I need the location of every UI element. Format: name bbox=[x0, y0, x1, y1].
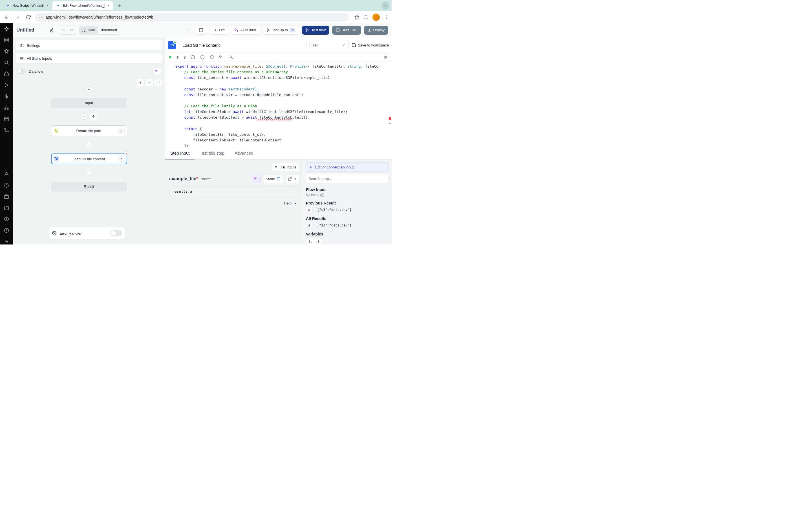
forward-button[interactable] bbox=[13, 13, 21, 21]
nav-star-icon[interactable] bbox=[4, 48, 9, 54]
nav-users-icon[interactable] bbox=[4, 171, 9, 177]
draft-button[interactable]: Draft⌘S bbox=[332, 25, 361, 35]
tabs-menu-button[interactable] bbox=[382, 2, 389, 10]
nav-resources-icon[interactable] bbox=[4, 105, 9, 110]
svg-point-12 bbox=[7, 108, 8, 110]
nav-triggers-icon[interactable] bbox=[4, 127, 9, 133]
arg-type: object bbox=[201, 177, 211, 181]
nav-settings-icon[interactable] bbox=[4, 182, 9, 188]
dollar-icon[interactable]: $ bbox=[184, 55, 186, 59]
profile-avatar[interactable] bbox=[372, 13, 380, 21]
undo-button[interactable] bbox=[59, 26, 67, 34]
svg-point-3 bbox=[386, 18, 387, 19]
add-step-button[interactable]: + bbox=[86, 86, 92, 93]
url-input[interactable]: app.windmill.dev/flows/edit/u/henri/effo… bbox=[35, 13, 349, 22]
windmill-logo-icon[interactable] bbox=[4, 26, 9, 32]
dollar-icon[interactable]: $ bbox=[176, 55, 179, 59]
variables-chip[interactable]: {...} bbox=[306, 238, 322, 244]
remove-node-button[interactable]: × bbox=[124, 151, 130, 156]
new-tab-button[interactable] bbox=[116, 2, 123, 10]
nav-variables-icon[interactable] bbox=[4, 94, 9, 99]
nav-collapse-icon[interactable] bbox=[4, 239, 9, 244]
nav-watch-icon[interactable] bbox=[4, 216, 9, 222]
diff-button[interactable]: Diff bbox=[210, 25, 228, 35]
svg-point-16 bbox=[6, 172, 7, 174]
prev-result-chip[interactable]: a : {"s3":"data.csv"} bbox=[306, 207, 352, 212]
node-step-a[interactable]: 🐍 Return file path a bbox=[51, 125, 127, 136]
nav-home-icon[interactable] bbox=[4, 37, 9, 43]
cube-icon[interactable] bbox=[191, 55, 195, 59]
code-editor[interactable]: export async function main(example_file:… bbox=[165, 61, 392, 147]
library-icon[interactable] bbox=[383, 55, 388, 59]
flow-title[interactable]: Untitled bbox=[16, 27, 45, 33]
wand-button[interactable] bbox=[252, 175, 261, 183]
wand-icon[interactable] bbox=[219, 55, 224, 59]
step-lang-icon: TS🦕 bbox=[168, 41, 176, 49]
add-step-button[interactable]: + bbox=[81, 114, 87, 120]
static-button[interactable]: Static bbox=[263, 175, 283, 183]
all-result-chip[interactable]: a : {"s3":"data.csv"} bbox=[306, 223, 352, 228]
nav-schedules-icon[interactable] bbox=[4, 116, 9, 122]
test-up-to-button[interactable]: Test up tob bbox=[263, 25, 299, 35]
edit-connect-button[interactable]: Edit or connect an input bbox=[306, 163, 389, 172]
static-inputs-card[interactable]: All Static Inputs bbox=[16, 53, 162, 64]
panel-toggle-button[interactable] bbox=[195, 25, 207, 35]
tab-test-step[interactable]: Test this step bbox=[195, 147, 230, 159]
search-prop-input[interactable] bbox=[306, 174, 389, 183]
error-handler-toggle[interactable] bbox=[110, 230, 122, 236]
add-step-button[interactable]: + bbox=[86, 142, 92, 148]
path-chip[interactable]: Path u/henri/eff bbox=[79, 25, 120, 35]
step-tabs: Step Input Test this step Advanced bbox=[165, 147, 392, 160]
browser-tab[interactable]: ✦ Edit Flow u/henri/effortless_f × bbox=[52, 1, 113, 10]
flow-graph[interactable]: + − + Input + bbox=[16, 79, 162, 242]
node-step-b[interactable]: TS Load S3 file content b bbox=[51, 154, 127, 164]
nav-folder-icon[interactable] bbox=[4, 205, 9, 211]
bookmark-icon[interactable] bbox=[354, 15, 359, 20]
browser-menu-icon[interactable] bbox=[384, 15, 389, 20]
gear-icon[interactable] bbox=[229, 55, 234, 59]
tab-step-input[interactable]: Step Input bbox=[165, 147, 195, 159]
site-settings-icon[interactable] bbox=[39, 15, 43, 19]
step-name-input[interactable] bbox=[179, 40, 306, 50]
app-sidebar bbox=[0, 23, 13, 244]
help-button[interactable]: Help bbox=[169, 200, 299, 207]
close-icon[interactable]: × bbox=[107, 4, 109, 8]
branch-button[interactable] bbox=[90, 113, 97, 120]
zoom-out-button[interactable]: − bbox=[146, 79, 153, 86]
more-menu-button[interactable] bbox=[184, 26, 192, 34]
svg-marker-26 bbox=[306, 29, 309, 32]
ai-graph-button[interactable] bbox=[154, 68, 161, 75]
dataflow-toggle[interactable] bbox=[17, 69, 26, 74]
refresh-icon[interactable] bbox=[210, 55, 214, 59]
test-flow-button[interactable]: Test flow bbox=[302, 25, 329, 35]
edit-title-icon[interactable] bbox=[47, 26, 56, 34]
nav-home2-icon[interactable] bbox=[4, 71, 9, 76]
clear-icon[interactable]: — bbox=[293, 188, 298, 193]
fit-button[interactable] bbox=[155, 79, 162, 86]
connect-button[interactable] bbox=[285, 175, 299, 183]
deploy-button[interactable]: Deploy bbox=[364, 25, 388, 35]
nav-search-icon[interactable] bbox=[4, 60, 9, 65]
extensions-icon[interactable] bbox=[363, 15, 368, 20]
nav-runs-icon[interactable] bbox=[4, 82, 9, 88]
back-button[interactable] bbox=[3, 13, 11, 21]
save-to-workspace-button[interactable]: Save to workspace bbox=[352, 43, 389, 47]
browser-tab[interactable]: ✦ New Script | Windmill × bbox=[2, 1, 52, 10]
tab-advanced[interactable]: Advanced bbox=[230, 147, 259, 159]
settings-card[interactable]: Settings bbox=[16, 40, 162, 51]
tag-select[interactable]: Tag bbox=[309, 40, 349, 50]
node-input[interactable]: Input bbox=[51, 98, 127, 108]
add-step-button[interactable]: + bbox=[86, 170, 92, 176]
arg-value-input[interactable]: results.a bbox=[169, 186, 299, 196]
error-handler-card[interactable]: Error Handler bbox=[49, 227, 125, 239]
redo-button[interactable] bbox=[67, 26, 76, 34]
close-icon[interactable]: × bbox=[47, 4, 49, 8]
ai-builder-button[interactable]: AI Builder bbox=[231, 25, 260, 35]
node-result[interactable]: Result bbox=[51, 182, 127, 191]
fill-inputs-button[interactable]: Fill inputs bbox=[272, 163, 299, 171]
cube-icon[interactable] bbox=[200, 55, 205, 59]
nav-help-icon[interactable] bbox=[4, 228, 9, 233]
nav-workspace-icon[interactable] bbox=[4, 194, 9, 200]
zoom-in-button[interactable]: + bbox=[137, 79, 144, 86]
reload-button[interactable] bbox=[24, 13, 32, 21]
